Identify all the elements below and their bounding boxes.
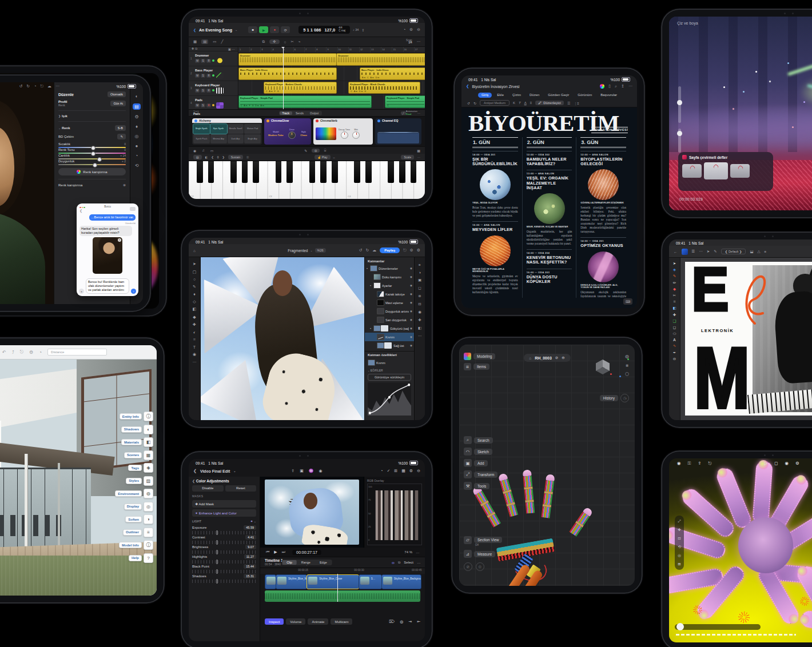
mask-icon[interactable]: ◧ bbox=[418, 326, 421, 330]
black-key[interactable] bbox=[332, 161, 338, 183]
frame-thumb[interactable] bbox=[730, 164, 750, 178]
photo-canvas[interactable] bbox=[0, 82, 54, 304]
playhead[interactable] bbox=[283, 47, 284, 109]
transform-tool[interactable]: ▢ bbox=[193, 270, 197, 274]
history-control[interactable]: History ◷ bbox=[600, 394, 629, 402]
share-button[interactable]: Paylaş bbox=[380, 247, 400, 253]
slider-knob[interactable] bbox=[91, 151, 95, 156]
back-icon[interactable]: ← bbox=[674, 250, 678, 254]
timer-icon[interactable]: ◔ bbox=[380, 469, 383, 473]
slider-track[interactable] bbox=[192, 550, 256, 554]
flip-icon[interactable]: ⬓ bbox=[750, 249, 753, 254]
message-input[interactable]: Bence bu! Renklerde bazı ufak düzenlemel… bbox=[86, 278, 129, 294]
orientation-cube[interactable] bbox=[596, 360, 610, 374]
more-icon[interactable]: ⋯ bbox=[628, 84, 632, 89]
move-tool[interactable]: ➤ bbox=[193, 262, 196, 266]
black-key[interactable] bbox=[388, 161, 394, 183]
frame-thumb[interactable] bbox=[682, 164, 702, 178]
mute-button[interactable]: M bbox=[195, 74, 200, 78]
contact-name[interactable]: Burcu bbox=[104, 205, 111, 208]
panel-button[interactable]: Environment ◍ bbox=[115, 489, 153, 498]
fit-icon[interactable]: ⊙ bbox=[476, 562, 484, 571]
filters-icon[interactable]: ▣ bbox=[418, 278, 421, 282]
video-clip[interactable]: Skyline_Blue_Background bbox=[381, 574, 421, 589]
adjustment-slider[interactable]: Contrast4.41 bbox=[192, 535, 256, 544]
share-icon[interactable]: ⎋ bbox=[20, 349, 23, 355]
design-tool-icon[interactable]: ◻ bbox=[673, 325, 676, 330]
lcd-display[interactable]: 5 1 1 086 127,0 4/4C maj bbox=[298, 26, 350, 34]
add-layer-icon[interactable]: ✚ bbox=[418, 318, 421, 322]
inspector-button[interactable]: Multicam bbox=[331, 618, 352, 625]
keyboard-mode[interactable]: ▤ bbox=[193, 155, 202, 159]
eraser-tool[interactable]: ◇ bbox=[193, 299, 196, 304]
layer-row[interactable]: Doygunluk artımı ◉ bbox=[365, 307, 414, 315]
back-icon[interactable]: ❮ bbox=[193, 469, 197, 473]
plugin-alchemy[interactable]: Alchemy Bright SynthEpic SynthMetallic S… bbox=[192, 118, 262, 145]
upload-icon[interactable]: ⇪ bbox=[361, 28, 364, 32]
trash-icon[interactable]: ⌦ bbox=[389, 620, 395, 624]
visibility-icon[interactable]: ◉ bbox=[410, 318, 412, 321]
tool-item[interactable]: ⌕ Search bbox=[464, 436, 497, 444]
info-icon[interactable]: ⊚ bbox=[409, 27, 413, 32]
black-key[interactable] bbox=[276, 161, 282, 183]
info-icon[interactable]: ⊚ bbox=[418, 294, 421, 298]
redo-icon[interactable]: ↻ bbox=[365, 248, 369, 253]
disable-button[interactable]: Disable bbox=[192, 485, 224, 492]
alchemy-preset[interactable]: Motion Pad bbox=[244, 124, 261, 134]
channel-tab[interactable]: Track bbox=[280, 111, 292, 115]
snap-setting[interactable]: Snap1/4 bbox=[406, 39, 412, 45]
visibility-icon[interactable]: ◉ bbox=[410, 310, 412, 313]
glide-icon[interactable]: ↔ bbox=[333, 155, 336, 159]
lens-icon[interactable]: ● bbox=[136, 143, 138, 149]
panel-button[interactable]: Help ? bbox=[129, 553, 153, 563]
gradient-tool[interactable]: ◧ bbox=[193, 307, 197, 311]
faders-icon[interactable]: ⌸ bbox=[324, 149, 327, 153]
crop-tool[interactable]: ⌗ bbox=[193, 337, 196, 342]
edit-mode-tab[interactable]: Edge bbox=[315, 560, 332, 565]
automation-mode[interactable]: AutomationRead bbox=[406, 110, 417, 115]
black-key[interactable] bbox=[354, 161, 360, 183]
settings-icon[interactable]: ⚙ bbox=[29, 350, 33, 355]
pan-icon[interactable]: ✥ bbox=[678, 528, 680, 532]
alchemy-preset[interactable]: Bright Synth bbox=[193, 124, 210, 134]
items-button[interactable]: Items bbox=[473, 364, 489, 370]
ribbon-tab[interactable]: Çizim bbox=[509, 93, 524, 98]
curves-editor[interactable] bbox=[368, 382, 411, 416]
close-icon[interactable]: ⊗ bbox=[123, 183, 126, 187]
alchemy-preset[interactable]: Metallic Swell bbox=[228, 124, 244, 134]
export-icon[interactable]: ◉ bbox=[319, 469, 323, 473]
export-icon[interactable]: ⤴ bbox=[12, 350, 14, 355]
adjust-icon[interactable]: ◑ bbox=[419, 270, 421, 274]
tool-item[interactable]: ◠ Sketch bbox=[464, 448, 497, 456]
ribbon-tab[interactable]: Görünüm bbox=[574, 93, 595, 98]
ribbon-tab[interactable]: Başvurular bbox=[597, 93, 620, 98]
auto-button[interactable]: Otomatik bbox=[108, 91, 126, 97]
alchemy-preset[interactable]: Synth Pluck bbox=[193, 134, 210, 144]
black-key[interactable] bbox=[208, 161, 214, 183]
record-settings-icon[interactable]: ◉ bbox=[193, 149, 196, 153]
measurement-field[interactable]: Distance bbox=[47, 349, 107, 356]
redo-icon[interactable]: ↻ bbox=[473, 101, 476, 105]
back-icon[interactable]: ❮ bbox=[466, 84, 469, 89]
drag-to-image-button[interactable]: Görüntüye sürükleyin bbox=[368, 374, 411, 381]
tool-item[interactable]: ⚒ Tools bbox=[464, 482, 497, 490]
scopes-icon[interactable]: ▦ bbox=[401, 469, 405, 473]
solo-button[interactable]: S bbox=[201, 59, 205, 63]
back-icon[interactable]: ❮ bbox=[193, 28, 196, 32]
play-surface-button[interactable]: ☝ Play bbox=[315, 155, 330, 159]
arrange-icon[interactable]: ≡ bbox=[419, 263, 421, 267]
append-icon[interactable]: ⇥ bbox=[408, 620, 412, 624]
layer-row[interactable]: ▾ Ayarlar ◉ bbox=[365, 281, 414, 290]
audio-track[interactable] bbox=[265, 590, 420, 602]
audio-region[interactable]: Drummer bbox=[238, 53, 337, 66]
facetime-icon[interactable] bbox=[130, 207, 136, 211]
more-icon[interactable]: ⋯ bbox=[417, 111, 420, 115]
design-tool-icon[interactable]: ✚ bbox=[673, 313, 676, 317]
panel-button[interactable]: Display ◎ bbox=[124, 502, 153, 512]
window-controls[interactable]: ❮ bbox=[79, 205, 86, 213]
import-icon[interactable]: ⇧ bbox=[291, 469, 294, 473]
layer-row[interactable]: ▾ Gökyüzü (sağ) ◉ bbox=[365, 324, 414, 333]
design-tool-icon[interactable]: ✒ bbox=[673, 350, 676, 355]
masking-icon[interactable]: ◎ bbox=[135, 134, 139, 139]
check-icon[interactable]: ✓ bbox=[387, 469, 390, 473]
